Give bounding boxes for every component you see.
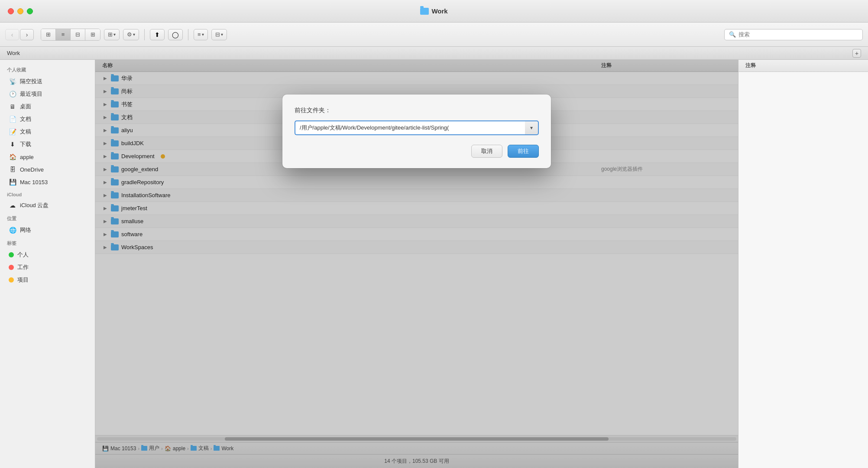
title-folder-icon bbox=[420, 8, 429, 15]
view-icons-button[interactable]: ⊞ bbox=[41, 29, 56, 40]
icloud-icon: ☁ bbox=[9, 202, 16, 209]
sidebar-label-icloud: iCloud 云盘 bbox=[20, 202, 49, 209]
sidebar-label-files: 文稿 bbox=[20, 128, 31, 136]
group-dropdown-button[interactable]: ⊞ ▾ bbox=[104, 29, 120, 40]
downloads-icon: ⬇ bbox=[9, 140, 16, 148]
add-tab-button[interactable]: + bbox=[852, 49, 861, 58]
airdrop-icon: 📡 bbox=[9, 78, 16, 85]
search-input[interactable] bbox=[738, 31, 858, 38]
apple-icon: 🏠 bbox=[9, 153, 16, 161]
sidebar-label-documents: 文档 bbox=[20, 115, 31, 123]
sidebar-item-apple[interactable]: 🏠 apple bbox=[2, 151, 93, 163]
modal-input-row: ▾ bbox=[295, 120, 539, 135]
sidebar-item-tag-personal[interactable]: 个人 bbox=[2, 249, 93, 261]
sidebar-item-onedrive[interactable]: 🗄 OneDrive bbox=[2, 163, 93, 176]
forward-button[interactable]: › bbox=[20, 29, 34, 40]
sort-arrow: ▾ bbox=[202, 32, 204, 37]
right-panel: 注释 bbox=[738, 60, 868, 468]
tag-personal-dot bbox=[9, 252, 14, 257]
goto-folder-modal: 前往文件夹： ▾ 取消 前往 bbox=[282, 94, 551, 168]
close-button[interactable] bbox=[8, 8, 14, 14]
sidebar-item-desktop[interactable]: 🖥 桌面 bbox=[2, 101, 93, 113]
separator-2 bbox=[188, 29, 188, 40]
documents-icon: 📄 bbox=[9, 115, 16, 123]
main-content: 个人收藏 📡 隔空投送 🕐 最近项目 🖥 桌面 📄 文档 📝 文稿 ⬇ 下载 🏠 bbox=[0, 60, 868, 468]
tag-project-dot bbox=[9, 277, 14, 283]
sidebar-item-documents[interactable]: 📄 文档 bbox=[2, 113, 93, 125]
files-icon: 📝 bbox=[9, 128, 16, 136]
sidebar-item-mac[interactable]: 💾 Mac 10153 bbox=[2, 176, 93, 188]
goto-folder-input[interactable] bbox=[295, 120, 528, 135]
sidebar-label-mac: Mac 10153 bbox=[20, 179, 48, 185]
modal-input-wrapper: ▾ bbox=[295, 120, 539, 135]
desktop-icon: 🖥 bbox=[9, 103, 16, 110]
tag-work-dot bbox=[9, 265, 14, 270]
search-box[interactable]: 🔍 bbox=[724, 29, 863, 40]
goto-folder-dropdown[interactable]: ▾ bbox=[525, 120, 539, 135]
group-arrow: ▾ bbox=[113, 32, 116, 37]
sidebar-label-onedrive: OneDrive bbox=[20, 166, 44, 173]
onedrive-icon: 🗄 bbox=[9, 166, 16, 173]
modal-title: 前往文件夹： bbox=[295, 107, 539, 114]
group-icon: ⊞ bbox=[108, 31, 113, 38]
sidebar-label-tag-personal: 个人 bbox=[17, 251, 29, 259]
sort-dropdown-button[interactable]: ≡ ▾ bbox=[194, 29, 208, 40]
view-columns-button[interactable]: ⊟ bbox=[71, 29, 85, 40]
sidebar: 个人收藏 📡 隔空投送 🕐 最近项目 🖥 桌面 📄 文档 📝 文稿 ⬇ 下载 🏠 bbox=[0, 60, 95, 468]
sidebar-label-recent: 最近项目 bbox=[20, 90, 42, 98]
sidebar-label-apple: apple bbox=[20, 154, 34, 160]
modal-cancel-button[interactable]: 取消 bbox=[471, 145, 502, 158]
recent-icon: 🕐 bbox=[9, 90, 16, 98]
window-controls bbox=[8, 8, 33, 14]
share-button[interactable]: ⬆ bbox=[150, 29, 165, 40]
sidebar-label-desktop: 桌面 bbox=[20, 103, 31, 110]
sidebar-item-tag-work[interactable]: 工作 bbox=[2, 261, 93, 273]
sidebar-label-network: 网络 bbox=[20, 226, 31, 234]
right-panel-header: 注释 bbox=[738, 60, 868, 72]
sidebar-item-network[interactable]: 🌐 网络 bbox=[2, 224, 93, 236]
sidebar-item-recent[interactable]: 🕐 最近项目 bbox=[2, 88, 93, 100]
window-title: Work bbox=[420, 7, 447, 15]
sidebar-personal-title: 个人收藏 bbox=[0, 63, 95, 75]
tab-title: Work bbox=[7, 50, 20, 56]
modal-buttons: 取消 前往 bbox=[295, 145, 539, 158]
sidebar-label-tag-work: 工作 bbox=[17, 263, 29, 271]
preview-icon: ⊟ bbox=[215, 31, 220, 38]
preview-dropdown-button[interactable]: ⊟ ▾ bbox=[211, 29, 227, 40]
sidebar-item-files[interactable]: 📝 文稿 bbox=[2, 126, 93, 138]
titlebar: Work bbox=[0, 0, 868, 23]
tabbar: Work + bbox=[0, 47, 868, 60]
nav-buttons: ‹ › bbox=[5, 29, 34, 40]
sidebar-label-tag-project: 项目 bbox=[17, 276, 29, 284]
share-icon: ⬆ bbox=[155, 31, 160, 38]
view-gallery-button[interactable]: ⊞ bbox=[85, 29, 100, 40]
action-dropdown-button[interactable]: ⚙ ▾ bbox=[123, 29, 139, 40]
sidebar-item-icloud[interactable]: ☁ iCloud 云盘 bbox=[2, 199, 93, 211]
network-icon: 🌐 bbox=[9, 226, 16, 234]
sidebar-tags-title: 标签 bbox=[0, 237, 95, 248]
sidebar-locations-title: 位置 bbox=[0, 212, 95, 224]
view-list-button[interactable]: ≡ bbox=[56, 29, 71, 40]
preview-arrow: ▾ bbox=[221, 32, 223, 37]
tag-button[interactable]: ◯ bbox=[168, 29, 183, 40]
view-mode-buttons: ⊞ ≡ ⊟ ⊞ bbox=[41, 29, 100, 41]
sort-icon: ≡ bbox=[198, 31, 201, 38]
back-button[interactable]: ‹ bbox=[5, 29, 19, 40]
file-area: 名称 注释 ▶ 华录 ▶ 尚标 bbox=[95, 60, 738, 468]
sidebar-label-downloads: 下载 bbox=[20, 140, 31, 148]
maximize-button[interactable] bbox=[27, 8, 33, 14]
sidebar-item-tag-project[interactable]: 项目 bbox=[2, 274, 93, 286]
minimize-button[interactable] bbox=[17, 8, 23, 14]
sidebar-item-downloads[interactable]: ⬇ 下载 bbox=[2, 138, 93, 150]
modal-go-button[interactable]: 前往 bbox=[508, 145, 539, 158]
mac-icon: 💾 bbox=[9, 178, 16, 186]
modal-overlay: 前往文件夹： ▾ 取消 前往 bbox=[95, 60, 738, 468]
search-icon: 🔍 bbox=[729, 31, 736, 38]
toolbar: ‹ › ⊞ ≡ ⊟ ⊞ ⊞ ▾ ⚙ ▾ ⬆ ◯ ≡ ▾ ⊟ ▾ 🔍 bbox=[0, 23, 868, 47]
gear-icon: ⚙ bbox=[127, 31, 132, 38]
sidebar-label-airdrop: 隔空投送 bbox=[20, 78, 42, 85]
sidebar-icloud-title: iCloud bbox=[0, 188, 95, 199]
separator-1 bbox=[144, 29, 145, 40]
gear-arrow: ▾ bbox=[133, 32, 135, 37]
sidebar-item-airdrop[interactable]: 📡 隔空投送 bbox=[2, 75, 93, 88]
